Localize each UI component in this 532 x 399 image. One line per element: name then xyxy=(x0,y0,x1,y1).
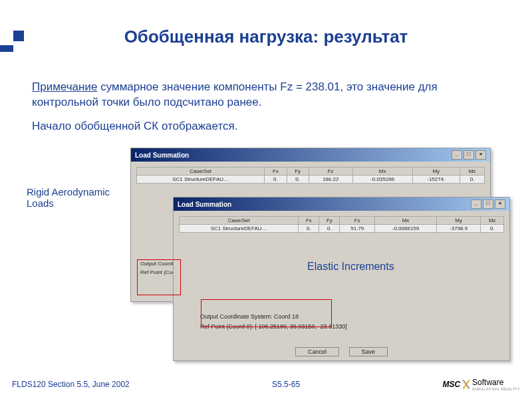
td: 0. xyxy=(481,225,504,233)
th: My xyxy=(436,217,481,225)
table-row: SC1 StructureDEFAU… 0. 0. 51.79 -0.00861… xyxy=(180,225,504,233)
button-row: Cancel Save xyxy=(174,347,509,356)
maximize-button[interactable]: □ xyxy=(483,200,493,209)
th: Fx xyxy=(299,217,319,225)
td: 0. xyxy=(287,176,309,184)
dialog-body: Case/Set Fx Fy Fz Mx My Mz SC1 Structure… xyxy=(174,211,509,238)
highlight-box-1 xyxy=(137,259,181,295)
highlight-box-2 xyxy=(201,299,332,327)
th: My xyxy=(412,168,460,176)
td: 186.22 xyxy=(309,176,352,184)
dialog-title: Load Summation xyxy=(178,201,231,208)
note-paragraph: Примечание суммарное значение компоненты… xyxy=(32,80,505,110)
page-title: Обобщенная нагрузка: результат xyxy=(0,27,532,47)
close-button[interactable]: × xyxy=(495,200,505,209)
td: 0. xyxy=(460,176,485,184)
dialog-title: Load Summation xyxy=(135,152,189,159)
th: Mz xyxy=(460,168,485,176)
td: -0.035286 xyxy=(352,176,412,184)
logo-tagline: SIMULATING REALITY xyxy=(472,387,520,391)
th: Fy xyxy=(319,217,340,225)
th: Fx xyxy=(265,168,287,176)
loads-table: Case/Set Fx Fy Fz Mx My Mz SC1 Structure… xyxy=(136,167,485,184)
th: Fz xyxy=(340,217,375,225)
table-row: SC1 StructureDEFAU… 0. 0. 186.22 -0.0352… xyxy=(137,176,485,184)
td: -3798.9 xyxy=(436,225,481,233)
msc-logo: MSC Software SIMULATING REALITY xyxy=(442,378,520,391)
footer-page-number: S5.5-65 xyxy=(130,380,443,389)
th: Fy xyxy=(287,168,309,176)
close-button[interactable]: × xyxy=(475,150,486,160)
td: 51.79 xyxy=(340,225,375,233)
logo-x-icon xyxy=(462,380,471,389)
label-rigid-loads: Rigid AerodynamicLoads xyxy=(27,186,110,209)
table-header-row: Case/Set Fx Fy Fz Mx My Mz xyxy=(137,168,485,176)
th: Fz xyxy=(309,168,352,176)
th: Case/Set xyxy=(137,168,265,176)
th: Case/Set xyxy=(180,217,299,225)
td: 0. xyxy=(265,176,287,184)
dialog-load-summation-front: Load Summation _ □ × Case/Set Fx Fy Fz M… xyxy=(173,197,510,361)
minimize-button[interactable]: _ xyxy=(452,150,462,160)
cancel-button[interactable]: Cancel xyxy=(295,347,339,356)
td: -0.0086159 xyxy=(375,225,437,233)
note-label: Примечание xyxy=(32,80,97,93)
maximize-button[interactable]: □ xyxy=(464,150,474,160)
td: SC1 StructureDEFAU… xyxy=(180,225,299,233)
footer: FLDS120 Section 5.5, June 2002 S5.5-65 M… xyxy=(0,378,532,391)
dialog-titlebar[interactable]: Load Summation _ □ × xyxy=(174,198,509,211)
logo-text-msc: MSC xyxy=(442,380,460,389)
footer-left: FLDS120 Section 5.5, June 2002 xyxy=(12,380,130,389)
th: Mx xyxy=(375,217,437,225)
td: 0. xyxy=(299,225,319,233)
td: -15274. xyxy=(412,176,460,184)
th: Mz xyxy=(481,217,504,225)
dialog-body: Case/Set Fx Fy Fz Mx My Mz SC1 Structure… xyxy=(131,162,490,189)
td: 0. xyxy=(319,225,340,233)
paragraph-2: Начало обобщенной СК отображается. xyxy=(32,120,505,133)
loads-table: Case/Set Fx Fy Fz Mx My Mz SC1 Structure… xyxy=(179,216,504,233)
save-button[interactable]: Save xyxy=(349,347,388,356)
dialog-titlebar[interactable]: Load Summation _ □ × xyxy=(131,148,490,162)
slide: Обобщенная нагрузка: результат Примечани… xyxy=(0,0,532,399)
logo-text-software: Software xyxy=(472,378,503,387)
minimize-button[interactable]: _ xyxy=(471,200,481,209)
table-header-row: Case/Set Fx Fy Fz Mx My Mz xyxy=(180,217,504,225)
label-elastic-increments: Elastic Increments xyxy=(307,261,394,273)
td: SC1 StructureDEFAU… xyxy=(137,176,265,184)
th: Mx xyxy=(352,168,412,176)
